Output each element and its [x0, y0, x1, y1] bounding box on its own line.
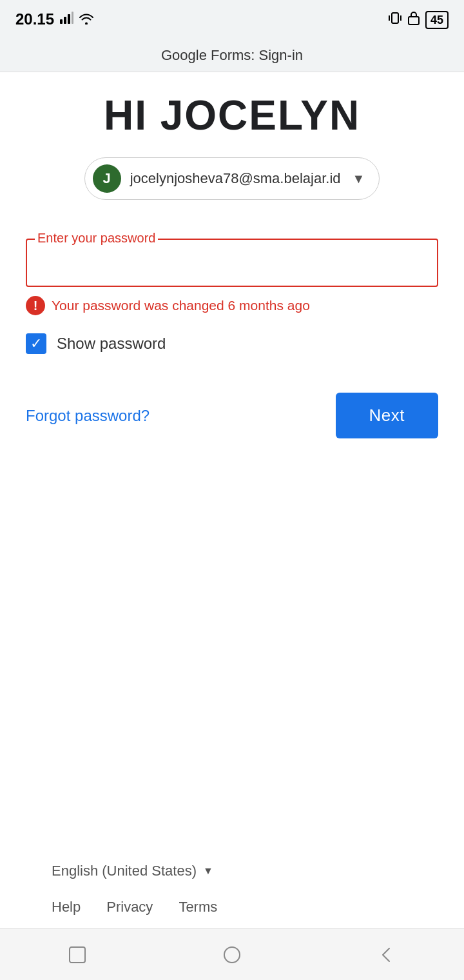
footer-links: Help Privacy Terms: [52, 899, 412, 916]
greeting-heading: HI JOCELYN: [26, 72, 438, 157]
nav-back-button[interactable]: [375, 943, 398, 966]
status-left: 20.15: [15, 10, 94, 28]
main-content: HI JOCELYN J jocelynjosheva78@sma.belaja…: [0, 72, 464, 928]
checkmark-icon: ✓: [30, 337, 42, 351]
account-email: jocelynjosheva78@sma.belajar.id: [130, 170, 341, 187]
password-label: Enter your password: [35, 231, 158, 246]
language-text: English (United States): [52, 863, 197, 879]
nav-square-button[interactable]: [66, 943, 89, 966]
status-bar: 20.15 45: [0, 0, 464, 39]
browser-bar: Google Forms: Sign-in: [0, 39, 464, 72]
svg-rect-3: [72, 12, 73, 24]
svg-rect-2: [68, 14, 70, 24]
warning-text: Your password was changed 6 months ago: [52, 298, 310, 313]
language-dropdown-icon: ▼: [203, 865, 213, 877]
lock-icon: [407, 11, 420, 28]
svg-rect-4: [392, 13, 398, 23]
warning-row: ! Your password was changed 6 months ago: [26, 296, 438, 315]
help-link[interactable]: Help: [52, 899, 81, 916]
avatar: J: [93, 164, 121, 193]
svg-rect-0: [60, 19, 63, 24]
nav-circle-button[interactable]: [220, 943, 244, 966]
password-field-wrapper: Enter your password: [26, 239, 438, 287]
next-button[interactable]: Next: [336, 393, 438, 438]
forgot-password-link[interactable]: Forgot password?: [26, 407, 150, 425]
account-pill[interactable]: J jocelynjosheva78@sma.belajar.id ▼: [84, 157, 380, 200]
time-display: 20.15: [15, 10, 54, 28]
language-selector[interactable]: English (United States) ▼: [52, 863, 412, 879]
warning-icon: !: [26, 296, 45, 315]
vibrate-icon: [388, 11, 402, 28]
account-selector: J jocelynjosheva78@sma.belajar.id ▼: [26, 157, 438, 200]
battery-display: 45: [425, 12, 449, 27]
footer-area: English (United States) ▼ Help Privacy T…: [26, 863, 438, 928]
wifi-icon: [79, 10, 94, 28]
show-password-checkbox[interactable]: ✓: [26, 333, 46, 354]
chevron-down-icon: ▼: [353, 172, 365, 186]
show-password-row: ✓ Show password: [26, 333, 438, 354]
terms-link[interactable]: Terms: [179, 899, 217, 916]
svg-rect-7: [409, 17, 419, 24]
svg-point-9: [224, 947, 240, 963]
nav-bar: [0, 928, 464, 980]
actions-row: Forgot password? Next: [26, 393, 438, 438]
signal-icon: [59, 10, 73, 28]
status-right: 45: [388, 11, 449, 28]
show-password-label: Show password: [57, 335, 166, 353]
password-input[interactable]: [37, 253, 427, 278]
password-section: Enter your password ! Your password was …: [26, 239, 438, 354]
svg-rect-8: [70, 947, 85, 963]
page-title: Google Forms: Sign-in: [161, 47, 303, 64]
privacy-link[interactable]: Privacy: [106, 899, 153, 916]
svg-rect-1: [64, 17, 66, 24]
